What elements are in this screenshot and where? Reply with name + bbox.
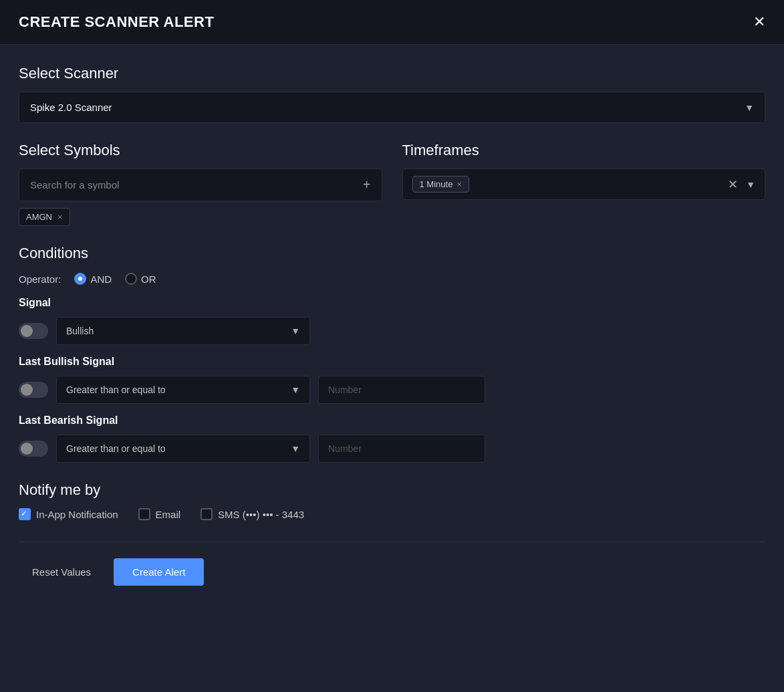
operator-row: Operator: AND OR [19,273,765,285]
notify-sms-checkbox[interactable] [201,508,213,520]
footer-buttons: Reset Values Create Alert [19,558,765,586]
last-bullish-label: Last Bullish Signal [19,356,765,368]
conditions-section-title: Conditions [19,245,765,262]
notify-inapp-item[interactable]: In-App Notification [19,508,118,520]
notify-email-checkbox[interactable] [138,508,150,520]
last-bearish-number-input[interactable] [318,435,485,463]
timeframes-chevron-icon: ▼ [746,179,755,190]
last-bearish-label: Last Bearish Signal [19,415,765,427]
timeframe-tag-label: 1 Minute [420,179,453,189]
last-bearish-toggle[interactable] [19,441,48,457]
scanner-chevron-icon: ▼ [745,102,754,113]
signal-toggle[interactable] [19,323,48,339]
last-bullish-condition-value: Greater than or equal to [66,384,166,395]
select-scanner-section: Select Scanner Spike 2.0 Scanner ▼ [19,65,765,123]
conditions-section: Conditions Operator: AND OR Signal [19,245,765,463]
last-bullish-subsection: Last Bullish Signal Greater than or equa… [19,356,765,404]
modal-body: Select Scanner Spike 2.0 Scanner ▼ Selec… [0,45,784,606]
scanner-selected-value: Spike 2.0 Scanner [30,102,112,113]
notify-sms-item[interactable]: SMS (•••) ••• - 3443 [201,508,304,520]
signal-chevron-icon: ▼ [291,326,300,336]
create-scanner-alert-modal: CREATE SCANNER ALERT ✕ Select Scanner Sp… [0,0,784,692]
last-bearish-chevron-icon: ▼ [291,443,300,454]
notify-section-title: Notify me by [19,481,765,499]
search-placeholder-text: Search for a symbol [30,179,119,191]
notify-email-item[interactable]: Email [138,508,181,520]
symbols-timeframes-section: Select Symbols Search for a symbol + AMG… [19,142,765,226]
modal-header: CREATE SCANNER ALERT ✕ [0,0,784,45]
operator-radio-group: AND OR [74,273,156,285]
last-bullish-row: Greater than or equal to ▼ [19,376,765,404]
last-bullish-condition-dropdown[interactable]: Greater than or equal to ▼ [56,376,310,404]
last-bearish-subsection: Last Bearish Signal Greater than or equa… [19,415,765,463]
modal-title: CREATE SCANNER ALERT [19,13,214,31]
timeframes-clear-icon[interactable]: ✕ [728,177,738,192]
timeframes-section: Timeframes 1 Minute × ✕ ▼ [402,142,766,226]
symbols-section: Select Symbols Search for a symbol + AMG… [19,142,382,226]
operator-or-item[interactable]: OR [125,273,156,285]
timeframe-tag-1min: 1 Minute × [412,176,469,193]
symbol-tag-close-icon[interactable]: × [57,212,63,222]
scanner-dropdown[interactable]: Spike 2.0 Scanner ▼ [19,92,765,123]
last-bearish-condition-dropdown[interactable]: Greater than or equal to ▼ [56,435,310,463]
signal-row: Bullish ▼ [19,317,765,345]
operator-label: Operator: [19,273,61,285]
last-bearish-row: Greater than or equal to ▼ [19,435,765,463]
create-alert-button[interactable]: Create Alert [114,558,204,586]
notify-options: In-App Notification Email SMS (•••) ••• … [19,508,765,520]
signal-dropdown[interactable]: Bullish ▼ [56,317,310,345]
timeframe-tag-close-icon[interactable]: × [456,179,462,189]
symbol-search-input[interactable]: Search for a symbol + [19,168,382,201]
last-bullish-chevron-icon: ▼ [291,384,300,395]
notify-email-label: Email [156,509,181,520]
reset-values-button[interactable]: Reset Values [19,558,104,586]
signal-dropdown-value: Bullish [66,326,94,336]
signal-subsection: Signal Bullish ▼ [19,297,765,345]
notify-inapp-label: In-App Notification [36,509,118,520]
timeframes-dropdown[interactable]: 1 Minute × ✕ ▼ [402,168,766,200]
footer-divider [19,542,765,542]
last-bullish-toggle[interactable] [19,382,48,398]
last-bullish-number-input[interactable] [318,376,485,404]
last-bearish-condition-value: Greater than or equal to [66,443,166,454]
operator-or-label: OR [141,273,156,285]
symbol-tag-amgn: AMGN × [19,208,70,226]
symbol-tags-row: AMGN × [19,208,382,226]
scanner-section-title: Select Scanner [19,65,765,82]
operator-and-radio[interactable] [74,273,86,285]
close-button[interactable]: ✕ [753,15,765,29]
operator-or-radio[interactable] [125,273,137,285]
symbol-tag-label: AMGN [26,212,52,222]
operator-and-label: AND [90,273,112,285]
symbols-section-title: Select Symbols [19,142,382,159]
signal-label: Signal [19,297,765,309]
notify-section: Notify me by In-App Notification Email S… [19,481,765,520]
operator-and-item[interactable]: AND [74,273,112,285]
timeframe-tags: 1 Minute × [412,176,729,193]
timeframe-controls: ✕ ▼ [728,177,755,192]
add-symbol-icon: + [363,177,371,193]
notify-sms-label: SMS (•••) ••• - 3443 [218,509,304,520]
timeframes-section-title: Timeframes [402,142,766,159]
notify-inapp-checkbox[interactable] [19,508,31,520]
